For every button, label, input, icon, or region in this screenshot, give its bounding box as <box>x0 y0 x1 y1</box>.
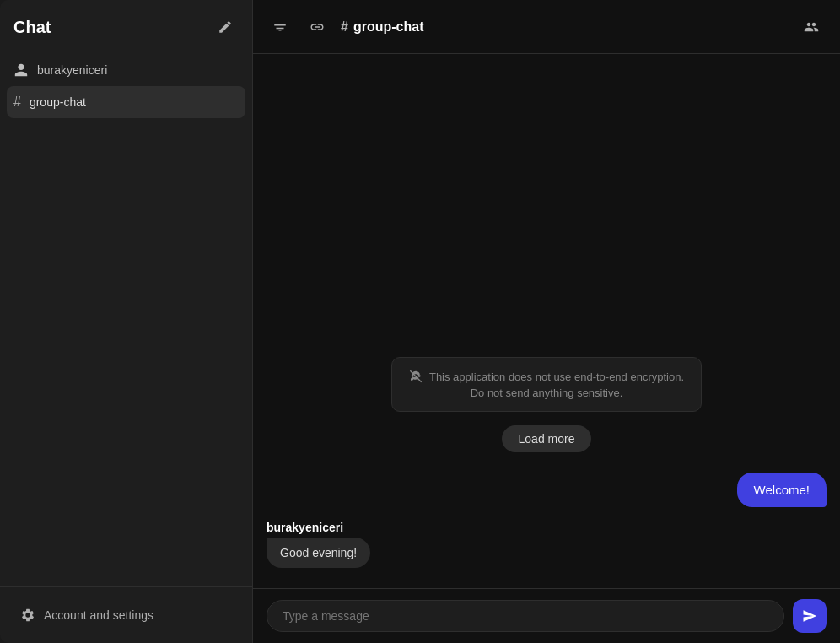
load-more-label: Load more <box>519 432 575 446</box>
sidebar-footer: Account and settings <box>0 586 252 643</box>
welcome-message-bubble: Welcome! <box>737 473 827 507</box>
members-button[interactable] <box>796 12 827 42</box>
sidebar-title: Chat <box>13 18 51 37</box>
user-icon <box>13 62 29 78</box>
sidebar-item-user[interactable]: burakyeniceri <box>7 54 245 86</box>
input-area <box>253 588 840 643</box>
incoming-message-sender: burakyeniceri <box>267 521 370 534</box>
sidebar-channel-name: group-chat <box>30 95 86 109</box>
incoming-message-bubble: Good evening! <box>267 538 370 568</box>
compose-icon <box>218 19 233 35</box>
no-lock-icon <box>409 370 423 383</box>
welcome-message-text: Welcome! <box>754 483 810 497</box>
filter-icon <box>272 19 288 35</box>
encryption-notice-line1: This application does not use end-to-end… <box>429 370 684 383</box>
hash-symbol: # <box>341 19 348 35</box>
compose-button[interactable] <box>212 14 239 41</box>
messages-area: This application does not use end-to-end… <box>253 54 840 588</box>
channel-name-header: # group-chat <box>341 19 423 35</box>
chat-header: # group-chat <box>253 0 840 54</box>
load-more-button[interactable]: Load more <box>502 425 592 452</box>
sidebar: Chat burakyeniceri # group-chat Account … <box>0 0 253 643</box>
sidebar-item-channel[interactable]: # group-chat <box>7 86 245 118</box>
encryption-notice-line2: Do not send anything sensitive. <box>471 386 623 399</box>
filter-button[interactable] <box>267 14 293 41</box>
send-icon <box>802 608 817 624</box>
message-input[interactable] <box>267 600 784 632</box>
send-button[interactable] <box>793 599 827 633</box>
sidebar-content: burakyeniceri # group-chat <box>0 54 252 586</box>
incoming-message: burakyeniceri Good evening! <box>267 521 370 568</box>
members-icon <box>804 19 819 35</box>
encryption-notice: This application does not use end-to-end… <box>391 357 702 412</box>
link-icon <box>310 19 325 35</box>
incoming-message-text: Good evening! <box>280 546 357 559</box>
account-settings-label: Account and settings <box>44 608 153 622</box>
main-chat-area: # group-chat This application does not u… <box>253 0 840 643</box>
account-settings-button[interactable]: Account and settings <box>13 601 239 629</box>
sidebar-header: Chat <box>0 0 252 54</box>
gear-icon <box>20 608 35 623</box>
sidebar-user-name: burakyeniceri <box>37 63 107 77</box>
hash-icon: # <box>13 95 21 110</box>
channel-name-text: group-chat <box>353 19 424 35</box>
link-button[interactable] <box>304 14 331 41</box>
